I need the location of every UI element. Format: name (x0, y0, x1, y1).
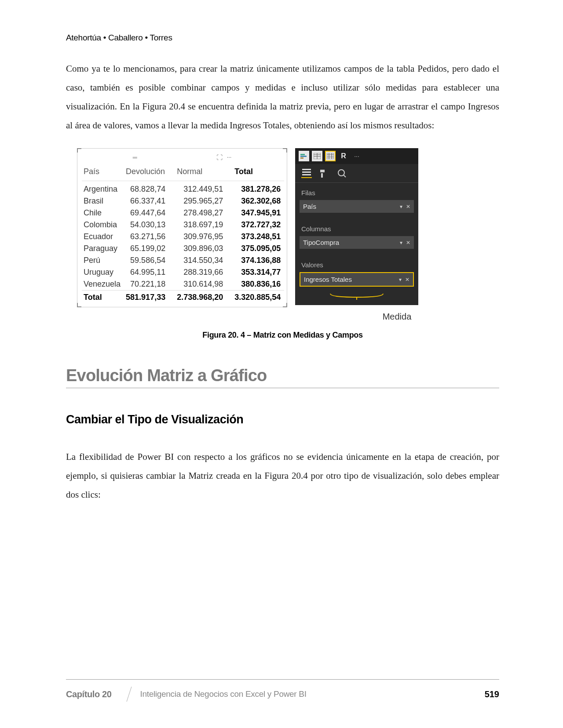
callout-brace (295, 293, 418, 302)
svg-rect-1 (300, 156, 307, 157)
col-devolucion: Devolución (124, 164, 175, 181)
cell-nor: 318.697,19 (175, 219, 233, 231)
visualizations-pane: R ··· Filas País ▾ ✕ (295, 148, 418, 305)
svg-line-17 (344, 175, 346, 177)
remove-field-icon[interactable]: ✕ (405, 277, 409, 283)
table-total-row: Total 581.917,33 2.738.968,20 3.320.885,… (82, 291, 284, 304)
cell-dev: 69.447,64 (124, 207, 175, 219)
table-row: Uruguay 64.995,11 288.319,66 353.314,77 (82, 266, 284, 278)
matrix-visual[interactable]: ═ ⛶ ··· País Devolución Normal Total Arg… (77, 148, 287, 307)
footer-page-number: 519 (485, 689, 499, 699)
header-authors: Atehortúa • Caballero • Torres (66, 33, 499, 43)
svg-rect-2 (300, 157, 303, 159)
fields-tab-icon[interactable] (301, 168, 312, 178)
cell-pais: Venezuela (82, 278, 124, 291)
cell-nor: 314.550,34 (175, 255, 233, 266)
table-row: Brasil 66.337,41 295.965,27 362.302,68 (82, 195, 284, 207)
cell-tot: 353.314,77 (233, 266, 284, 278)
more-visuals-icon[interactable]: ··· (351, 151, 362, 161)
table-row: Chile 69.447,64 278.498,27 347.945,91 (82, 207, 284, 219)
matrix-icon[interactable] (325, 151, 336, 161)
footer-title: Inteligencia de Negocios con Excel y Pow… (140, 689, 306, 699)
cell-total-dev: 581.917,33 (124, 291, 175, 304)
cell-tot: 347.945,91 (233, 207, 284, 219)
cell-dev: 59.586,54 (124, 255, 175, 266)
table-row: Argentina 68.828,74 312.449,51 381.278,2… (82, 181, 284, 196)
visualizations-toolbar: R ··· (295, 148, 418, 164)
page-footer: Capítulo 20 Inteligencia de Negocios con… (66, 679, 499, 702)
svg-rect-14 (302, 174, 311, 175)
cell-dev: 65.199,02 (124, 243, 175, 255)
cell-dev: 66.337,41 (124, 195, 175, 207)
cell-pais: Colombia (82, 219, 124, 231)
columnas-section-label: Columnas (295, 219, 418, 236)
cell-nor: 309.896,03 (175, 243, 233, 255)
svg-rect-12 (302, 169, 311, 170)
valores-field-pill[interactable]: Ingresos Totales ▾ ✕ (300, 272, 414, 287)
cell-dev: 54.030,13 (124, 219, 175, 231)
svg-rect-7 (327, 153, 334, 159)
filas-field-pill[interactable]: País ▾ ✕ (300, 200, 414, 213)
field-ingresos-label: Ingresos Totales (304, 276, 352, 283)
cell-tot: 374.136,88 (233, 255, 284, 266)
cell-total-tot: 3.320.885,54 (233, 291, 284, 304)
r-visual-icon[interactable]: R (338, 151, 349, 161)
matrix-table: País Devolución Normal Total Argentina 6… (82, 164, 284, 303)
col-total: Total (233, 164, 284, 181)
subsection-heading: Cambiar el Tipo de Visualización (66, 413, 499, 426)
svg-rect-15 (321, 173, 323, 178)
cell-nor: 278.498,27 (175, 207, 233, 219)
cell-nor: 295.965,27 (175, 195, 233, 207)
cell-pais: Paraguay (82, 243, 124, 255)
remove-field-icon[interactable]: ✕ (406, 240, 410, 246)
col-normal: Normal (175, 164, 233, 181)
footer-chapter: Capítulo 20 (66, 689, 129, 699)
table-row: Venezuela 70.221,18 310.614,98 380.836,1… (82, 278, 284, 291)
cell-pais: Perú (82, 255, 124, 266)
matrix-header-icons: ═ ⛶ ··· (82, 154, 282, 162)
cell-total-label: Total (82, 291, 124, 304)
cell-dev: 63.271,56 (124, 231, 175, 243)
cell-tot: 380.836,16 (233, 278, 284, 291)
field-tipocompra-label: TipoCompra (303, 239, 339, 246)
format-tab-icon[interactable] (319, 168, 329, 178)
chevron-down-icon[interactable]: ▾ (400, 240, 402, 246)
filas-section-label: Filas (295, 183, 418, 200)
remove-field-icon[interactable]: ✕ (406, 204, 410, 210)
chevron-down-icon[interactable]: ▾ (400, 204, 402, 210)
intro-paragraph: Como ya te lo mencionamos, para crear la… (66, 59, 499, 135)
field-pais-label: País (303, 203, 316, 210)
cell-pais: Argentina (82, 181, 124, 196)
table-row: Colombia 54.030,13 318.697,19 372.727,32 (82, 219, 284, 231)
cell-dev: 68.828,74 (124, 181, 175, 196)
cell-tot: 373.248,51 (233, 231, 284, 243)
pane-tabs (295, 164, 418, 183)
drill-icon[interactable]: ═ (133, 154, 137, 161)
section-rule (66, 388, 499, 388)
cell-pais: Chile (82, 207, 124, 219)
more-options-icon[interactable]: ··· (227, 154, 232, 161)
focus-mode-icon[interactable]: ⛶ (216, 154, 223, 161)
cell-tot: 372.727,32 (233, 219, 284, 231)
cell-pais: Brasil (82, 195, 124, 207)
cell-tot: 381.278,26 (233, 181, 284, 196)
table-row: Paraguay 65.199,02 309.896,03 375.095,05 (82, 243, 284, 255)
cell-tot: 375.095,05 (233, 243, 284, 255)
columnas-field-pill[interactable]: TipoCompra ▾ ✕ (300, 236, 414, 249)
table-icon[interactable] (312, 151, 322, 161)
chevron-down-icon[interactable]: ▾ (399, 277, 402, 283)
col-pais: País (82, 164, 124, 181)
table-row: Perú 59.586,54 314.550,34 374.136,88 (82, 255, 284, 266)
cell-dev: 70.221,18 (124, 278, 175, 291)
medida-callout: Medida (295, 312, 499, 322)
analytics-tab-icon[interactable] (336, 168, 347, 178)
cell-pais: Ecuador (82, 231, 124, 243)
stacked-bar-icon[interactable] (299, 151, 309, 161)
cell-nor: 309.976,95 (175, 231, 233, 243)
body-paragraph-2: La flexibilidad de Power BI con respecto… (66, 448, 499, 504)
cell-pais: Uruguay (82, 266, 124, 278)
cell-nor: 312.449,51 (175, 181, 233, 196)
svg-rect-13 (302, 171, 311, 173)
figure-20-4: ═ ⛶ ··· País Devolución Normal Total Arg… (77, 148, 499, 307)
svg-rect-0 (300, 154, 305, 155)
